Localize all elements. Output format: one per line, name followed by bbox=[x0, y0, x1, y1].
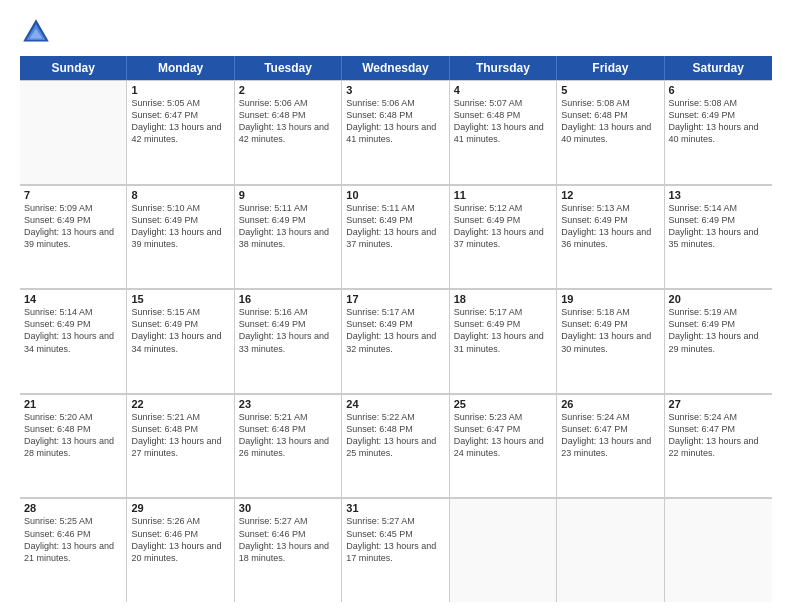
day-number: 23 bbox=[239, 398, 337, 410]
day-number: 29 bbox=[131, 502, 229, 514]
day-number: 13 bbox=[669, 189, 768, 201]
day-info: Sunrise: 5:14 AM Sunset: 6:49 PM Dayligh… bbox=[669, 202, 768, 251]
calendar-cell: 4Sunrise: 5:07 AM Sunset: 6:48 PM Daylig… bbox=[450, 80, 557, 184]
day-number: 24 bbox=[346, 398, 444, 410]
day-header-wednesday: Wednesday bbox=[342, 56, 449, 80]
day-info: Sunrise: 5:25 AM Sunset: 6:46 PM Dayligh… bbox=[24, 515, 122, 564]
calendar-cell: 3Sunrise: 5:06 AM Sunset: 6:48 PM Daylig… bbox=[342, 80, 449, 184]
logo bbox=[20, 16, 56, 48]
calendar-cell: 30Sunrise: 5:27 AM Sunset: 6:46 PM Dayli… bbox=[235, 498, 342, 602]
calendar-cell bbox=[20, 80, 127, 184]
day-header-tuesday: Tuesday bbox=[235, 56, 342, 80]
day-info: Sunrise: 5:17 AM Sunset: 6:49 PM Dayligh… bbox=[346, 306, 444, 355]
page: SundayMondayTuesdayWednesdayThursdayFrid… bbox=[0, 0, 792, 612]
calendar-cell: 2Sunrise: 5:06 AM Sunset: 6:48 PM Daylig… bbox=[235, 80, 342, 184]
calendar-cell: 20Sunrise: 5:19 AM Sunset: 6:49 PM Dayli… bbox=[665, 289, 772, 393]
day-number: 27 bbox=[669, 398, 768, 410]
calendar-cell: 19Sunrise: 5:18 AM Sunset: 6:49 PM Dayli… bbox=[557, 289, 664, 393]
day-info: Sunrise: 5:17 AM Sunset: 6:49 PM Dayligh… bbox=[454, 306, 552, 355]
day-info: Sunrise: 5:26 AM Sunset: 6:46 PM Dayligh… bbox=[131, 515, 229, 564]
day-info: Sunrise: 5:08 AM Sunset: 6:49 PM Dayligh… bbox=[669, 97, 768, 146]
day-info: Sunrise: 5:15 AM Sunset: 6:49 PM Dayligh… bbox=[131, 306, 229, 355]
calendar-week-1: 1Sunrise: 5:05 AM Sunset: 6:47 PM Daylig… bbox=[20, 80, 772, 185]
calendar-week-3: 14Sunrise: 5:14 AM Sunset: 6:49 PM Dayli… bbox=[20, 289, 772, 394]
day-number: 10 bbox=[346, 189, 444, 201]
day-number: 12 bbox=[561, 189, 659, 201]
day-number: 8 bbox=[131, 189, 229, 201]
calendar-week-4: 21Sunrise: 5:20 AM Sunset: 6:48 PM Dayli… bbox=[20, 394, 772, 499]
calendar-cell: 27Sunrise: 5:24 AM Sunset: 6:47 PM Dayli… bbox=[665, 394, 772, 498]
calendar-cell: 8Sunrise: 5:10 AM Sunset: 6:49 PM Daylig… bbox=[127, 185, 234, 289]
calendar-cell: 9Sunrise: 5:11 AM Sunset: 6:49 PM Daylig… bbox=[235, 185, 342, 289]
day-info: Sunrise: 5:14 AM Sunset: 6:49 PM Dayligh… bbox=[24, 306, 122, 355]
day-header-thursday: Thursday bbox=[450, 56, 557, 80]
day-number: 20 bbox=[669, 293, 768, 305]
calendar-cell: 23Sunrise: 5:21 AM Sunset: 6:48 PM Dayli… bbox=[235, 394, 342, 498]
day-info: Sunrise: 5:09 AM Sunset: 6:49 PM Dayligh… bbox=[24, 202, 122, 251]
day-info: Sunrise: 5:11 AM Sunset: 6:49 PM Dayligh… bbox=[239, 202, 337, 251]
calendar-cell bbox=[450, 498, 557, 602]
calendar-cell: 29Sunrise: 5:26 AM Sunset: 6:46 PM Dayli… bbox=[127, 498, 234, 602]
calendar-cell: 16Sunrise: 5:16 AM Sunset: 6:49 PM Dayli… bbox=[235, 289, 342, 393]
day-number: 1 bbox=[131, 84, 229, 96]
calendar-cell: 24Sunrise: 5:22 AM Sunset: 6:48 PM Dayli… bbox=[342, 394, 449, 498]
day-info: Sunrise: 5:07 AM Sunset: 6:48 PM Dayligh… bbox=[454, 97, 552, 146]
day-info: Sunrise: 5:18 AM Sunset: 6:49 PM Dayligh… bbox=[561, 306, 659, 355]
calendar-cell: 7Sunrise: 5:09 AM Sunset: 6:49 PM Daylig… bbox=[20, 185, 127, 289]
day-info: Sunrise: 5:24 AM Sunset: 6:47 PM Dayligh… bbox=[669, 411, 768, 460]
day-number: 28 bbox=[24, 502, 122, 514]
calendar-cell: 18Sunrise: 5:17 AM Sunset: 6:49 PM Dayli… bbox=[450, 289, 557, 393]
calendar-cell: 26Sunrise: 5:24 AM Sunset: 6:47 PM Dayli… bbox=[557, 394, 664, 498]
calendar-cell: 11Sunrise: 5:12 AM Sunset: 6:49 PM Dayli… bbox=[450, 185, 557, 289]
day-info: Sunrise: 5:19 AM Sunset: 6:49 PM Dayligh… bbox=[669, 306, 768, 355]
day-info: Sunrise: 5:12 AM Sunset: 6:49 PM Dayligh… bbox=[454, 202, 552, 251]
day-info: Sunrise: 5:06 AM Sunset: 6:48 PM Dayligh… bbox=[346, 97, 444, 146]
day-number: 16 bbox=[239, 293, 337, 305]
day-number: 7 bbox=[24, 189, 122, 201]
day-number: 4 bbox=[454, 84, 552, 96]
day-number: 2 bbox=[239, 84, 337, 96]
day-number: 26 bbox=[561, 398, 659, 410]
day-number: 14 bbox=[24, 293, 122, 305]
day-info: Sunrise: 5:05 AM Sunset: 6:47 PM Dayligh… bbox=[131, 97, 229, 146]
calendar-cell: 28Sunrise: 5:25 AM Sunset: 6:46 PM Dayli… bbox=[20, 498, 127, 602]
day-info: Sunrise: 5:08 AM Sunset: 6:48 PM Dayligh… bbox=[561, 97, 659, 146]
calendar-header: SundayMondayTuesdayWednesdayThursdayFrid… bbox=[20, 56, 772, 80]
day-info: Sunrise: 5:16 AM Sunset: 6:49 PM Dayligh… bbox=[239, 306, 337, 355]
calendar-cell bbox=[557, 498, 664, 602]
calendar-cell: 1Sunrise: 5:05 AM Sunset: 6:47 PM Daylig… bbox=[127, 80, 234, 184]
day-info: Sunrise: 5:21 AM Sunset: 6:48 PM Dayligh… bbox=[131, 411, 229, 460]
calendar-week-5: 28Sunrise: 5:25 AM Sunset: 6:46 PM Dayli… bbox=[20, 498, 772, 602]
calendar-cell bbox=[665, 498, 772, 602]
calendar-week-2: 7Sunrise: 5:09 AM Sunset: 6:49 PM Daylig… bbox=[20, 185, 772, 290]
calendar-cell: 31Sunrise: 5:27 AM Sunset: 6:45 PM Dayli… bbox=[342, 498, 449, 602]
calendar-cell: 13Sunrise: 5:14 AM Sunset: 6:49 PM Dayli… bbox=[665, 185, 772, 289]
calendar-cell: 17Sunrise: 5:17 AM Sunset: 6:49 PM Dayli… bbox=[342, 289, 449, 393]
day-number: 17 bbox=[346, 293, 444, 305]
calendar-cell: 25Sunrise: 5:23 AM Sunset: 6:47 PM Dayli… bbox=[450, 394, 557, 498]
day-number: 9 bbox=[239, 189, 337, 201]
day-header-monday: Monday bbox=[127, 56, 234, 80]
logo-icon bbox=[20, 16, 52, 48]
day-info: Sunrise: 5:20 AM Sunset: 6:48 PM Dayligh… bbox=[24, 411, 122, 460]
calendar-body: 1Sunrise: 5:05 AM Sunset: 6:47 PM Daylig… bbox=[20, 80, 772, 602]
day-number: 3 bbox=[346, 84, 444, 96]
day-info: Sunrise: 5:10 AM Sunset: 6:49 PM Dayligh… bbox=[131, 202, 229, 251]
day-info: Sunrise: 5:22 AM Sunset: 6:48 PM Dayligh… bbox=[346, 411, 444, 460]
day-number: 31 bbox=[346, 502, 444, 514]
header bbox=[20, 16, 772, 48]
day-number: 22 bbox=[131, 398, 229, 410]
day-info: Sunrise: 5:24 AM Sunset: 6:47 PM Dayligh… bbox=[561, 411, 659, 460]
calendar-cell: 21Sunrise: 5:20 AM Sunset: 6:48 PM Dayli… bbox=[20, 394, 127, 498]
day-info: Sunrise: 5:06 AM Sunset: 6:48 PM Dayligh… bbox=[239, 97, 337, 146]
calendar-cell: 12Sunrise: 5:13 AM Sunset: 6:49 PM Dayli… bbox=[557, 185, 664, 289]
calendar-cell: 10Sunrise: 5:11 AM Sunset: 6:49 PM Dayli… bbox=[342, 185, 449, 289]
calendar: SundayMondayTuesdayWednesdayThursdayFrid… bbox=[20, 56, 772, 602]
calendar-cell: 15Sunrise: 5:15 AM Sunset: 6:49 PM Dayli… bbox=[127, 289, 234, 393]
day-number: 18 bbox=[454, 293, 552, 305]
day-number: 6 bbox=[669, 84, 768, 96]
calendar-cell: 22Sunrise: 5:21 AM Sunset: 6:48 PM Dayli… bbox=[127, 394, 234, 498]
day-header-friday: Friday bbox=[557, 56, 664, 80]
day-number: 11 bbox=[454, 189, 552, 201]
day-number: 30 bbox=[239, 502, 337, 514]
